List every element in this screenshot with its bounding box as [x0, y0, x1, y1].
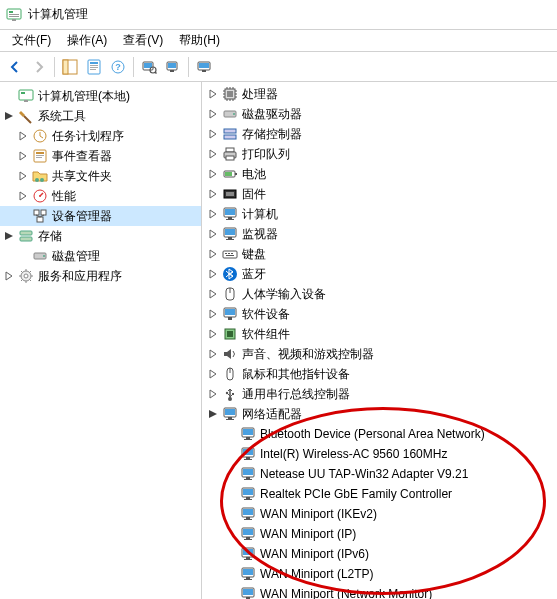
- device-category-network-adapters[interactable]: 网络适配器: [202, 404, 557, 424]
- tree-node-storage[interactable]: 存储: [0, 226, 201, 246]
- network-icon: [240, 466, 256, 482]
- expander-closed-icon[interactable]: [206, 307, 220, 321]
- expander-closed-icon[interactable]: [16, 129, 30, 143]
- network-adapter-item[interactable]: Realtek PCIe GbE Family Controller: [202, 484, 557, 504]
- device-category-software_devices[interactable]: 软件设备: [202, 304, 557, 324]
- show-tree-button[interactable]: [59, 56, 81, 78]
- network-adapter-item[interactable]: WAN Miniport (IP): [202, 524, 557, 544]
- tree-label: 共享文件夹: [52, 168, 112, 185]
- network-icon: [222, 406, 238, 422]
- device-category-print_queues[interactable]: 打印队列: [202, 144, 557, 164]
- network-adapter-item[interactable]: WAN Miniport (IPv6): [202, 544, 557, 564]
- device-category-storage_controllers[interactable]: 存储控制器: [202, 124, 557, 144]
- expander-closed-icon[interactable]: [206, 227, 220, 241]
- device-category-software_components[interactable]: 软件组件: [202, 324, 557, 344]
- menu-view[interactable]: 查看(V): [115, 30, 171, 51]
- back-button[interactable]: [4, 56, 26, 78]
- svg-rect-101: [244, 459, 252, 460]
- tree-node-disk-management[interactable]: 磁盘管理: [0, 246, 201, 266]
- tree-node-shared-folders[interactable]: 共享文件夹: [0, 166, 201, 186]
- expander-closed-icon[interactable]: [206, 127, 220, 141]
- device-category-disk_drives[interactable]: 磁盘驱动器: [202, 104, 557, 124]
- network-adapter-item[interactable]: Bluetooth Device (Personal Area Network): [202, 424, 557, 444]
- expander-open-icon[interactable]: [2, 229, 16, 243]
- expander-open-icon[interactable]: [206, 407, 220, 421]
- network-adapter-item[interactable]: WAN Miniport (L2TP): [202, 564, 557, 584]
- network-icon: [240, 426, 256, 442]
- svg-rect-117: [244, 539, 252, 540]
- device-category-mice[interactable]: 鼠标和其他指针设备: [202, 364, 557, 384]
- expander-closed-icon[interactable]: [206, 147, 220, 161]
- expander-closed-icon[interactable]: [206, 347, 220, 361]
- expander-closed-icon[interactable]: [206, 287, 220, 301]
- device-category-batteries[interactable]: 电池: [202, 164, 557, 184]
- expander-closed-icon[interactable]: [206, 187, 220, 201]
- device-category-monitors[interactable]: 监视器: [202, 224, 557, 244]
- svg-rect-81: [227, 331, 233, 337]
- svg-rect-103: [243, 469, 253, 475]
- expander-closed-icon[interactable]: [206, 167, 220, 181]
- tree-node-device-manager[interactable]: 设备管理器: [0, 206, 201, 226]
- tree-node-performance[interactable]: 性能: [0, 186, 201, 206]
- expander-closed-icon[interactable]: [206, 247, 220, 261]
- event-icon: [32, 148, 48, 164]
- menu-action[interactable]: 操作(A): [59, 30, 115, 51]
- help-button[interactable]: ?: [107, 56, 129, 78]
- expander-closed-icon[interactable]: [206, 107, 220, 121]
- svg-rect-29: [36, 152, 44, 154]
- expander-closed-icon[interactable]: [2, 269, 16, 283]
- svg-rect-70: [225, 253, 227, 254]
- expander-closed-icon[interactable]: [206, 367, 220, 381]
- forward-button[interactable]: [28, 56, 50, 78]
- tree-node-root[interactable]: 计算机管理(本地): [0, 86, 201, 106]
- scan-hardware-button[interactable]: [138, 56, 160, 78]
- expander-open-icon[interactable]: [2, 109, 16, 123]
- device-category-label: 固件: [242, 186, 266, 203]
- device-category-bluetooth[interactable]: 蓝牙: [202, 264, 557, 284]
- device-category-label: 鼠标和其他指针设备: [242, 366, 350, 383]
- expander-closed-icon[interactable]: [16, 189, 30, 203]
- tree-node-event-viewer[interactable]: 事件查看器: [0, 146, 201, 166]
- network-adapter-item[interactable]: WAN Miniport (IKEv2): [202, 504, 557, 524]
- main-area: 计算机管理(本地) 系统工具 任务计划程序: [0, 82, 557, 599]
- monitor-icon: [222, 226, 238, 242]
- tree-node-system-tools[interactable]: 系统工具: [0, 106, 201, 126]
- device-category-keyboards[interactable]: 键盘: [202, 244, 557, 264]
- svg-point-32: [35, 178, 39, 182]
- device-category-sound[interactable]: 声音、视频和游戏控制器: [202, 344, 557, 364]
- tree-node-services-apps[interactable]: 服务和应用程序: [0, 266, 201, 286]
- menu-file[interactable]: 文件(F): [4, 30, 59, 51]
- device-category-usb[interactable]: 通用串行总线控制器: [202, 384, 557, 404]
- properties-button[interactable]: [83, 56, 105, 78]
- expander-closed-icon[interactable]: [206, 267, 220, 281]
- uninstall-device-button[interactable]: [162, 56, 184, 78]
- svg-rect-68: [226, 239, 234, 240]
- adapter-name: WAN Miniport (IKEv2): [260, 507, 377, 521]
- tree-node-task-scheduler[interactable]: 任务计划程序: [0, 126, 201, 146]
- network-icon: [240, 446, 256, 462]
- svg-rect-53: [226, 148, 234, 152]
- device-category-label: 通用串行总线控制器: [242, 386, 350, 403]
- menu-help[interactable]: 帮助(H): [171, 30, 228, 51]
- expander-closed-icon[interactable]: [206, 87, 220, 101]
- device-category-processors[interactable]: 处理器: [202, 84, 557, 104]
- svg-text:?: ?: [115, 62, 121, 72]
- svg-rect-4: [12, 19, 16, 21]
- device-category-firmware[interactable]: 固件: [202, 184, 557, 204]
- expander-closed-icon[interactable]: [206, 327, 220, 341]
- svg-line-17: [155, 72, 157, 74]
- network-adapter-item[interactable]: WAN Miniport (Network Monitor): [202, 584, 557, 599]
- device-category-label: 打印队列: [242, 146, 290, 163]
- expander-closed-icon[interactable]: [206, 387, 220, 401]
- expander-closed-icon[interactable]: [206, 207, 220, 221]
- expander-closed-icon[interactable]: [16, 149, 30, 163]
- device-category-computer[interactable]: 计算机: [202, 204, 557, 224]
- expander-closed-icon[interactable]: [16, 169, 30, 183]
- network-adapter-item[interactable]: Netease UU TAP-Win32 Adapter V9.21: [202, 464, 557, 484]
- network-adapter-item[interactable]: Intel(R) Wireless-AC 9560 160MHz: [202, 444, 557, 464]
- device-category-hid[interactable]: 人体学输入设备: [202, 284, 557, 304]
- svg-rect-111: [243, 509, 253, 515]
- svg-rect-104: [246, 477, 250, 479]
- svg-rect-55: [226, 156, 234, 160]
- device-button[interactable]: [193, 56, 215, 78]
